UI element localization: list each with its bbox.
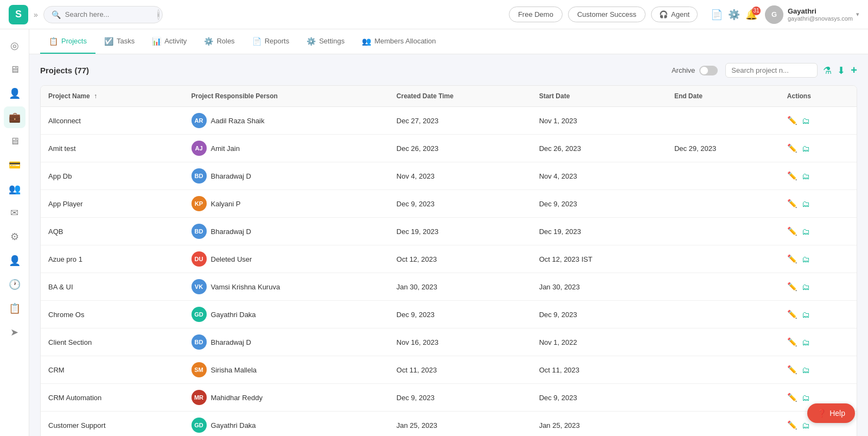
archive-button[interactable]: 🗂	[802, 254, 810, 264]
sidebar-item-tv[interactable]: 🖥	[4, 59, 25, 80]
sidebar-item-billing[interactable]: 💳	[4, 154, 25, 176]
created-date-cell: Oct 12, 2023	[389, 245, 532, 273]
person-cell: KPKalyani P	[184, 190, 389, 218]
archive-button[interactable]: 🗂	[802, 393, 810, 402]
person-name: Kalyani P	[211, 200, 241, 208]
archive-button[interactable]: 🗂	[802, 199, 810, 208]
actions-cell: ✏️🗂	[780, 218, 857, 245]
col-project-name: Project Name ↑	[41, 86, 184, 107]
edit-button[interactable]: ✏️	[787, 365, 797, 375]
archive-button[interactable]: 🗂	[802, 309, 810, 319]
created-date-cell: Dec 9, 2023	[389, 384, 532, 412]
archive-button[interactable]: 🗂	[802, 116, 810, 125]
agent-icon: 🎧	[659, 10, 668, 18]
settings-icon-button[interactable]: ⚙️	[728, 9, 740, 21]
project-name-cell: CRM	[41, 356, 184, 384]
agent-button[interactable]: 🎧 Agent	[651, 7, 698, 22]
archive-button[interactable]: 🗂	[802, 282, 810, 292]
sidebar-item-dashboard[interactable]: ◎	[4, 35, 25, 56]
sidebar-item-monitor[interactable]: 🖥	[4, 130, 25, 152]
search-project-input[interactable]	[725, 63, 818, 78]
archive-button[interactable]: 🗂	[802, 171, 810, 181]
end-date-cell	[667, 301, 780, 328]
tab-members[interactable]: 👥 Members Allocation	[353, 29, 444, 54]
expand-icon[interactable]: »	[34, 10, 38, 19]
project-name-cell: Amit test	[41, 135, 184, 162]
sidebar-item-projects[interactable]: 💼	[4, 106, 25, 128]
archive-button[interactable]: 🗂	[802, 365, 810, 375]
person-cell: SMSirisha Mallela	[184, 356, 389, 384]
customer-success-button[interactable]: Customer Success	[568, 7, 646, 22]
add-project-button[interactable]: +	[851, 64, 857, 77]
archive-button[interactable]: 🗂	[802, 226, 810, 236]
document-icon-button[interactable]: 📄	[711, 9, 723, 21]
sidebar-item-docs[interactable]: 📋	[4, 298, 25, 319]
tab-tasks[interactable]: ☑️ Tasks	[95, 29, 143, 54]
start-date-cell: Nov 4, 2023	[532, 162, 667, 190]
archive-button[interactable]: 🗂	[802, 337, 810, 347]
edit-button[interactable]: ✏️	[787, 143, 797, 153]
help-button[interactable]: ❓ Help	[807, 403, 855, 423]
edit-button[interactable]: ✏️	[787, 226, 797, 236]
sidebar-item-send[interactable]: ➤	[4, 321, 25, 343]
start-date-cell: Dec 19, 2023	[532, 218, 667, 245]
sidebar-item-account[interactable]: 👤	[4, 250, 25, 271]
table-row: CRMSMSirisha MallelaOct 11, 2023Oct 11, …	[41, 356, 857, 384]
table-row: Chrome OsGDGayathri DakaDec 9, 2023Dec 9…	[41, 301, 857, 328]
edit-button[interactable]: ✏️	[787, 282, 797, 292]
filter-button[interactable]: ⚗	[823, 65, 832, 77]
archive-toggle[interactable]	[699, 66, 718, 75]
edit-button[interactable]: ✏️	[787, 420, 797, 430]
tab-activity[interactable]: 📊 Activity	[143, 29, 195, 54]
help-icon: ❓	[817, 409, 826, 418]
sidebar-item-reports[interactable]: 🕐	[4, 274, 25, 295]
project-name-cell: Azue pro 1	[41, 245, 184, 273]
search-input[interactable]	[65, 10, 152, 18]
edit-button[interactable]: ✏️	[787, 309, 797, 319]
avatar: G	[765, 5, 783, 24]
search-bar: 🔍 i	[43, 6, 163, 23]
person-cell: BDBharadwaj D	[184, 162, 389, 190]
tab-reports[interactable]: 📄 Reports	[244, 29, 298, 54]
download-button[interactable]: ⬇	[837, 65, 845, 77]
archive-button[interactable]: 🗂	[802, 420, 810, 430]
archive-button[interactable]: 🗂	[802, 143, 810, 153]
col-created: Created Date Time	[389, 86, 532, 107]
end-date-cell	[667, 245, 780, 273]
edit-button[interactable]: ✏️	[787, 199, 797, 208]
edit-button[interactable]: ✏️	[787, 171, 797, 181]
project-name-cell: App Player	[41, 190, 184, 218]
notification-button[interactable]: 🔔 31	[745, 9, 757, 21]
end-date-cell	[667, 162, 780, 190]
end-date-cell	[667, 412, 780, 437]
person-avatar: GD	[192, 307, 207, 322]
person-cell: GDGayathri Daka	[184, 301, 389, 328]
person-name: Bharadwaj D	[211, 338, 251, 346]
end-date-cell	[667, 107, 780, 135]
table-row: AllconnectARAadil Raza ShaikDec 27, 2023…	[41, 107, 857, 135]
tab-settings[interactable]: ⚙️ Settings	[298, 29, 353, 54]
edit-button[interactable]: ✏️	[787, 337, 797, 347]
project-name-cell: BA & UI	[41, 273, 184, 301]
edit-button[interactable]: ✏️	[787, 254, 797, 264]
created-date-cell: Dec 9, 2023	[389, 190, 532, 218]
free-demo-button[interactable]: Free Demo	[509, 7, 563, 22]
tab-roles[interactable]: ⚙️ Roles	[195, 29, 243, 54]
sidebar-item-teams[interactable]: 👥	[4, 178, 25, 200]
sidebar-item-settings[interactable]: ⚙	[4, 226, 25, 248]
person-avatar: GD	[192, 418, 207, 433]
user-menu[interactable]: G Gayathri gayathri@snovasys.com ▾	[765, 5, 859, 24]
search-icon: 🔍	[52, 10, 61, 19]
person-name: Amit Jain	[211, 144, 240, 153]
edit-button[interactable]: ✏️	[787, 393, 797, 402]
person-avatar: AJ	[192, 141, 207, 156]
archive-wrap: Archive	[672, 66, 718, 75]
sidebar-item-mail[interactable]: ✉	[4, 202, 25, 224]
info-icon[interactable]: i	[157, 9, 159, 20]
edit-button[interactable]: ✏️	[787, 116, 797, 125]
sidebar-item-users[interactable]: 👤	[4, 83, 25, 104]
person-avatar: AR	[192, 113, 207, 128]
created-date-cell: Jan 30, 2023	[389, 273, 532, 301]
tab-projects[interactable]: 📋 Projects	[40, 29, 95, 54]
person-name: Gayathri Daka	[211, 421, 256, 429]
